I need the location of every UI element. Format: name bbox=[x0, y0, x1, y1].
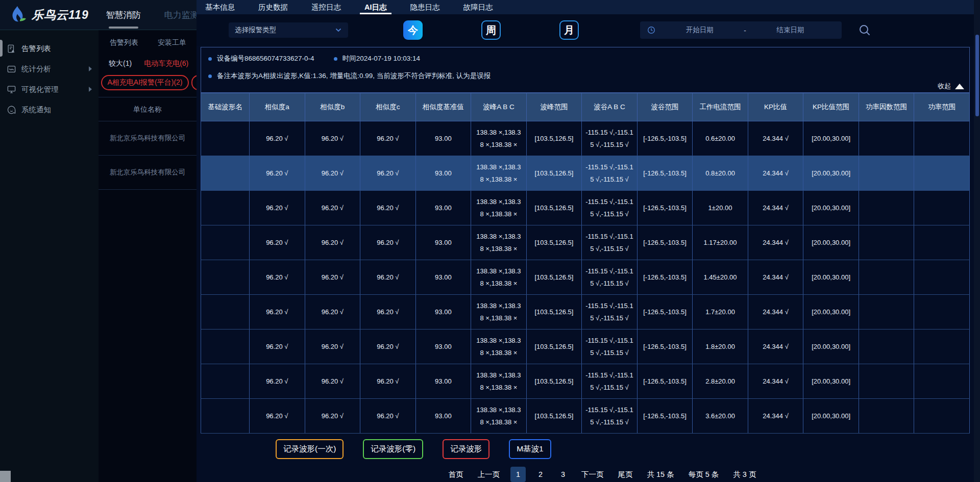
table-cell: 138.38 ×,138.38 ×,138.38 × bbox=[471, 260, 527, 295]
sidebar-item[interactable]: 系统通知 bbox=[0, 99, 99, 120]
table-cell: [20.00,30.00] bbox=[803, 329, 859, 364]
left-body: 告警列表统计分析可视化管理系统通知 告警列表安装工单 较大(1)电动车充电(6)… bbox=[0, 30, 197, 482]
table-cell: 138.38 ×,138.38 ×,138.38 × bbox=[471, 399, 527, 434]
sidebar-menu: 告警列表统计分析可视化管理系统通知 bbox=[0, 38, 99, 120]
top-nav-item[interactable]: 智慧消防 bbox=[105, 0, 142, 30]
table-row[interactable]: 96.20 √96.20 √96.20 √93.00138.38 ×,138.3… bbox=[201, 329, 970, 364]
column-header: 基础波形名 bbox=[201, 93, 250, 121]
table-cell bbox=[201, 364, 250, 399]
column-header: 功率范围 bbox=[914, 93, 970, 121]
table-cell bbox=[201, 225, 250, 260]
table-cell: 96.20 √ bbox=[305, 399, 360, 434]
pagination-first[interactable]: 首页 bbox=[449, 470, 463, 479]
alarm-filter-chip[interactable]: 较大(1) bbox=[109, 59, 132, 68]
table-cell: 24.344 √ bbox=[748, 399, 803, 434]
scrollbar[interactable] bbox=[974, 0, 980, 482]
unit-row[interactable]: 新北京乐鸟科技有限公司 bbox=[99, 156, 197, 190]
pagination-last[interactable]: 尾页 bbox=[618, 470, 633, 479]
table-row[interactable]: 96.20 √96.20 √96.20 √93.00138.38 ×,138.3… bbox=[201, 295, 970, 329]
table-cell: 24.344 √ bbox=[748, 121, 803, 156]
table-cell: 0.6±20.00 bbox=[693, 121, 748, 156]
alarm-list-icon bbox=[7, 44, 16, 54]
pagination-page[interactable]: 1 bbox=[510, 467, 526, 482]
table-cell: 93.00 bbox=[415, 225, 471, 260]
table-cell: 138.38 ×,138.38 ×,138.38 × bbox=[471, 156, 527, 191]
alarm-type-pill[interactable]: A相充电AI报警(平台)(2) bbox=[101, 75, 189, 90]
table-row[interactable]: 96.20 √96.20 √96.20 √93.00138.38 ×,138.3… bbox=[201, 225, 970, 260]
table-cell: 138.38 ×,138.38 ×,138.38 × bbox=[471, 191, 527, 225]
table-cell: 96.20 √ bbox=[250, 260, 305, 295]
detail-tab[interactable]: 故障日志 bbox=[462, 0, 495, 14]
sidebar-item[interactable]: 统计分析 bbox=[0, 59, 99, 79]
table-cell bbox=[201, 156, 250, 191]
table-cell: 96.20 √ bbox=[250, 191, 305, 225]
alarm-type-pill-clipped[interactable] bbox=[191, 75, 197, 90]
table-cell: 24.344 √ bbox=[748, 260, 803, 295]
table-cell: 96.20 √ bbox=[305, 191, 360, 225]
table-cell: [-126.5,-103.5] bbox=[637, 329, 693, 364]
table-cell: 138.38 ×,138.38 ×,138.38 × bbox=[471, 225, 527, 260]
table-row[interactable]: 96.20 √96.20 √96.20 √93.00138.38 ×,138.3… bbox=[201, 364, 970, 399]
subpanel-tab[interactable]: 安装工单 bbox=[158, 38, 186, 47]
table-row[interactable]: 96.20 √96.20 √96.20 √93.00138.38 ×,138.3… bbox=[201, 260, 970, 295]
start-date-field[interactable]: 开始日期 bbox=[655, 26, 744, 35]
pagination-page[interactable]: 2 bbox=[533, 467, 548, 482]
detail-tab[interactable]: 历史数据 bbox=[257, 0, 289, 14]
record-waveform-button[interactable]: 记录波形(零) bbox=[363, 439, 423, 459]
table-cell: 1±20.00 bbox=[693, 191, 748, 225]
device-number: 设备编号868656074733627-0-4 bbox=[217, 54, 314, 63]
sidebar-item[interactable]: 告警列表 bbox=[0, 38, 99, 59]
end-date-field[interactable]: 结束日期 bbox=[746, 26, 835, 35]
date-range-picker[interactable]: 开始日期 - 结束日期 bbox=[640, 21, 842, 39]
record-waveform-button[interactable]: M基波1 bbox=[509, 439, 551, 459]
table-row[interactable]: 96.20 √96.20 √96.20 √93.00138.38 ×,138.3… bbox=[201, 191, 970, 225]
table-row[interactable]: 96.20 √96.20 √96.20 √93.00138.38 ×,138.3… bbox=[201, 399, 970, 434]
subpanel-tab[interactable]: 告警列表 bbox=[110, 38, 138, 47]
unit-row[interactable]: 新北京乐鸟科技有限公司 bbox=[99, 121, 197, 156]
detail-tab[interactable]: 隐患日志 bbox=[409, 0, 442, 14]
table-cell: 96.20 √ bbox=[250, 156, 305, 191]
table-cell: [-126.5,-103.5] bbox=[637, 399, 693, 434]
table-cell bbox=[859, 191, 914, 225]
table-cell: [-126.5,-103.5] bbox=[637, 364, 693, 399]
table-cell: [20.00,30.00] bbox=[803, 295, 859, 329]
table-cell: 1.17±20.00 bbox=[693, 225, 748, 260]
table-cell: -115.15 √,-115.15 √,-115.15 √ bbox=[582, 121, 638, 156]
table-cell: [-126.5,-103.5] bbox=[637, 191, 693, 225]
top-nav-item[interactable]: 电力监测 bbox=[163, 0, 197, 30]
table-cell: 96.20 √ bbox=[360, 225, 416, 260]
table-row[interactable]: 96.20 √96.20 √96.20 √93.00138.38 ×,138.3… bbox=[201, 121, 970, 156]
detail-tab[interactable]: AI日志 bbox=[363, 0, 388, 14]
search-icon[interactable] bbox=[858, 23, 871, 37]
pagination-page[interactable]: 3 bbox=[555, 467, 571, 482]
today-button[interactable]: 今 bbox=[403, 20, 423, 40]
alarm-type-select[interactable]: 选择报警类型 bbox=[229, 22, 348, 38]
table-cell: 0.8±20.00 bbox=[693, 156, 748, 191]
app-header: 乐鸟云119 智慧消防电力监测 bbox=[0, 0, 197, 30]
table-cell bbox=[859, 399, 914, 434]
record-waveform-button[interactable]: 记录波形 bbox=[443, 439, 489, 459]
month-button[interactable]: 月 bbox=[559, 20, 579, 40]
table-row[interactable]: 96.20 √96.20 √96.20 √93.00138.38 ×,138.3… bbox=[201, 156, 970, 191]
column-header: 波峰范围 bbox=[526, 93, 582, 121]
table-cell: 96.20 √ bbox=[305, 121, 360, 156]
detail-tab[interactable]: 基本信息 bbox=[204, 0, 236, 14]
alarm-filter-chip[interactable]: 电动车充电(6) bbox=[144, 59, 188, 68]
table-cell: 96.20 √ bbox=[305, 329, 360, 364]
pagination-next[interactable]: 下一页 bbox=[581, 470, 604, 479]
pagination-prev[interactable]: 上一页 bbox=[478, 470, 500, 479]
pagination-per-page: 每页 5 条 bbox=[689, 470, 719, 479]
alarm-pill-row: A相充电AI报警(平台)(2) bbox=[101, 75, 197, 90]
record-waveform-button[interactable]: 记录波形(一次) bbox=[276, 439, 344, 459]
collapse-toggle[interactable]: 收起 bbox=[938, 82, 964, 91]
sidebar-collapse-handle[interactable] bbox=[0, 471, 11, 482]
table-cell: [20.00,30.00] bbox=[803, 225, 859, 260]
unit-table-body: 新北京乐鸟科技有限公司新北京乐鸟科技有限公司 bbox=[99, 121, 197, 190]
scrollbar-thumb[interactable] bbox=[975, 35, 979, 116]
sidebar-item[interactable]: 可视化管理 bbox=[0, 79, 99, 99]
week-button[interactable]: 周 bbox=[481, 20, 501, 40]
table-cell bbox=[914, 329, 970, 364]
table-cell: 1.45±20.00 bbox=[693, 260, 748, 295]
summary-line-1: 设备编号868656074733627-0-4 时间2024-07-19 10:… bbox=[208, 54, 962, 63]
detail-tab[interactable]: 遥控日志 bbox=[310, 0, 342, 14]
